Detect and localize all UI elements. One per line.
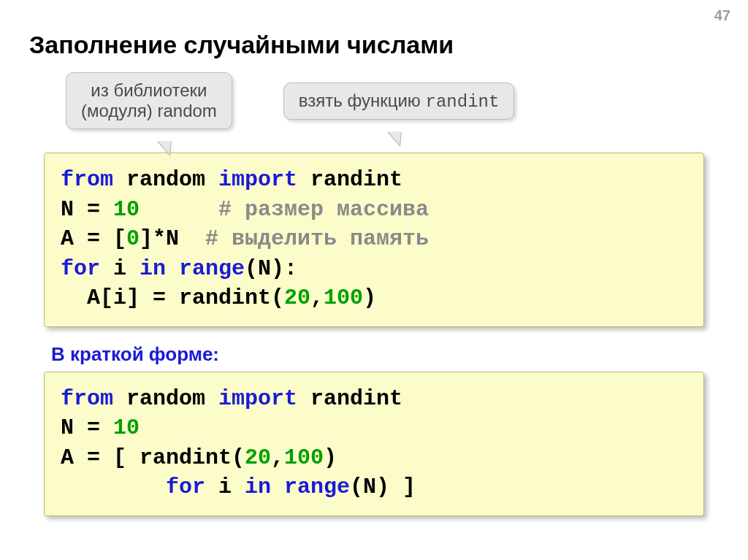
code-text: N = bbox=[61, 197, 113, 222]
code-text: A[i] = bbox=[61, 285, 179, 310]
code-text: ]*N bbox=[140, 226, 205, 251]
callout-function: взять функцию randint bbox=[283, 83, 515, 120]
code-text bbox=[140, 197, 218, 222]
code-text: i bbox=[205, 475, 245, 499]
code-block-1: from random import randint N = 10 # разм… bbox=[44, 153, 704, 327]
callout-library-line2: (модуля) random bbox=[81, 101, 217, 121]
callout-function-code: randint bbox=[426, 92, 500, 112]
code-text: A = [ bbox=[61, 226, 126, 251]
code-comment: # размер массива bbox=[218, 197, 429, 222]
code-number: 0 bbox=[126, 226, 140, 251]
code-text bbox=[166, 256, 179, 281]
code-text: , bbox=[310, 285, 324, 310]
code-number: 100 bbox=[324, 285, 363, 310]
code-text bbox=[271, 475, 284, 499]
page-number: 47 bbox=[714, 7, 730, 24]
code-number: 100 bbox=[284, 445, 324, 470]
kw-from: from bbox=[61, 167, 113, 192]
kw-import: import bbox=[218, 167, 297, 192]
code-number: 10 bbox=[113, 197, 140, 222]
code-text: random bbox=[113, 167, 218, 192]
callout-library: из библиотеки (модуля) random bbox=[66, 72, 232, 129]
code-text: ) bbox=[363, 285, 376, 310]
code-text bbox=[61, 475, 166, 499]
code-fn: randint( bbox=[179, 285, 284, 310]
code-text: randint bbox=[297, 167, 402, 192]
slide-title: Заполнение случайными числами bbox=[29, 31, 719, 59]
kw-range: range bbox=[284, 475, 350, 499]
code-text: (N) ] bbox=[350, 475, 416, 499]
kw-import: import bbox=[218, 386, 297, 411]
kw-in: in bbox=[140, 256, 166, 281]
code-text: , bbox=[271, 445, 284, 470]
code-number: 20 bbox=[284, 285, 310, 310]
code-text: randint bbox=[297, 386, 402, 411]
kw-for: for bbox=[166, 475, 205, 499]
callout-library-line1: из библиотеки bbox=[81, 80, 217, 101]
code-fn: randint( bbox=[140, 445, 245, 470]
code-comment: # выделить память bbox=[205, 226, 429, 251]
kw-range: range bbox=[179, 256, 245, 281]
kw-for: for bbox=[61, 256, 100, 281]
callouts-row: из библиотеки (модуля) random взять функ… bbox=[29, 72, 719, 129]
code-text: ) bbox=[324, 445, 337, 470]
callout-function-text: взять функцию bbox=[299, 91, 426, 110]
code-text: random bbox=[113, 386, 218, 411]
code-text: A = [ bbox=[61, 445, 140, 470]
code-number: 10 bbox=[113, 415, 140, 440]
code-text: N = bbox=[61, 415, 113, 440]
code-text: i bbox=[100, 256, 140, 281]
kw-in: in bbox=[245, 475, 271, 499]
kw-from: from bbox=[61, 386, 113, 411]
code-block-2: from random import randint N = 10 A = [ … bbox=[44, 372, 704, 516]
subheading: В краткой форме: bbox=[51, 343, 719, 366]
code-text: (N): bbox=[245, 256, 297, 281]
code-number: 20 bbox=[245, 445, 271, 470]
